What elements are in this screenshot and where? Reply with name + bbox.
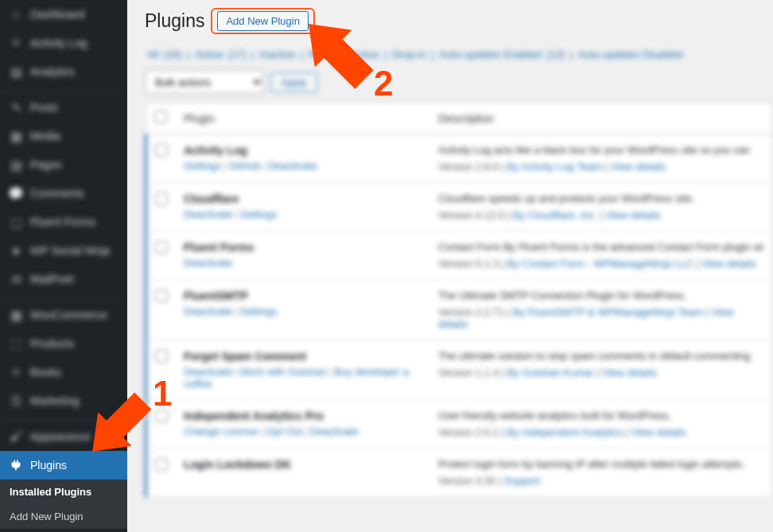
plugins-submenu: Installed Plugins Add New Plugin — [0, 480, 127, 529]
main-content: Plugins Add New Plugin All(16) | Active(… — [127, 0, 773, 532]
plugin-meta: Version 5.1.3 | By Contact Form - WPMana… — [438, 258, 764, 270]
sidebar-item-label: Plugins — [30, 459, 67, 472]
posts-icon: ✎ — [8, 99, 24, 115]
table-row: Independent Analytics Pro Change License… — [146, 400, 773, 449]
sidebar-item-label: WooCommerce — [30, 309, 107, 321]
row-checkbox[interactable] — [146, 280, 177, 340]
sidebar-item-activitylog[interactable]: ≡Activity Log — [0, 29, 127, 57]
plugin-action-links[interactable]: Deactivate|Settings — [184, 208, 422, 220]
sidebar-item-label: Media — [30, 130, 60, 142]
sidebar-item-label: WP Social Ninja — [30, 244, 110, 257]
sidebar-item-books[interactable]: ≡Books — [0, 358, 127, 386]
mail-icon: ✉ — [8, 271, 24, 287]
plugin-action-links[interactable]: Deactivate|Settings — [184, 305, 422, 317]
activity-icon: ≡ — [8, 35, 24, 51]
annotation-highlight-box: Add New Plugin — [211, 8, 315, 34]
plugins-icon — [8, 457, 24, 473]
sidebar-item-label: Activity Log — [30, 37, 87, 49]
sidebar-item-fluentforms[interactable]: ▢Fluent Forms — [0, 208, 127, 236]
sidebar-item-label: Pages — [30, 158, 62, 171]
bulk-apply-button[interactable]: Apply — [270, 72, 317, 92]
table-row: Forget Spam Comment Deactivate|Work with… — [146, 340, 773, 400]
plugin-filter-links[interactable]: All(16) | Active(17) | Inactive | Recent… — [145, 49, 773, 60]
row-checkbox[interactable] — [146, 134, 177, 183]
woo-icon: ▦ — [8, 307, 24, 323]
submenu-installed-plugins[interactable]: Installed Plugins — [0, 480, 127, 504]
appearance-icon: 🖌 — [8, 429, 24, 445]
sidebar-item-mailpoet[interactable]: ✉MailPoet — [0, 265, 127, 293]
forms-icon: ▢ — [8, 214, 24, 230]
table-row: Cloudflare Deactivate|Settings Cloudflar… — [146, 183, 773, 231]
sidebar-item-dashboard[interactable]: ⌂Dashboard — [0, 0, 127, 29]
comments-icon: 💬 — [8, 185, 24, 201]
column-plugin: Plugin — [176, 103, 430, 134]
plugin-meta: Version 1.1.4 | By Gulshan Kumar | View … — [438, 367, 764, 379]
plugin-meta: Version 2.0.1 | By Independent Analytics… — [438, 426, 764, 438]
sidebar-item-label: MailPoet — [30, 273, 73, 285]
plugin-name: Independent Analytics Pro — [184, 410, 422, 422]
bulk-actions: Bulk actions Apply — [145, 70, 773, 94]
select-all-header[interactable] — [146, 103, 177, 134]
sidebar-item-analytics[interactable]: ▤Analytics — [0, 57, 127, 86]
plugin-description: Contact Form By Fluent Forms is the adva… — [438, 241, 764, 253]
sidebar-item-plugins[interactable]: Plugins — [0, 451, 127, 480]
plugin-name: FluentSMTP — [184, 289, 422, 302]
sidebar-item-label: Posts — [30, 101, 58, 114]
sidebar-item-media[interactable]: ▦Media — [0, 122, 127, 150]
sidebar-item-woocommerce[interactable]: ▦WooCommerce — [0, 298, 127, 329]
page-header: Plugins Add New Plugin — [145, 8, 773, 34]
table-row: Fluent Forms Deactivate Contact Form By … — [146, 231, 773, 280]
plugin-name: Forget Spam Comment — [184, 350, 422, 363]
books-icon: ≡ — [8, 364, 24, 380]
plugin-meta: Version 3.30 | Support — [438, 475, 764, 487]
plugin-description: The ultimate solution to stop spam comme… — [438, 350, 764, 362]
pages-icon: ▤ — [8, 157, 24, 173]
sidebar-item-label: Dashboard — [30, 8, 85, 21]
annotation-label-1: 1 — [153, 374, 172, 414]
sidebar-item-products[interactable]: ⬚Products — [0, 329, 127, 358]
plugin-name: Fluent Forms — [184, 241, 422, 254]
row-checkbox[interactable] — [146, 183, 177, 231]
plugin-description: User-friendly website analytics built fo… — [438, 410, 764, 421]
plugin-description: Protect login form by banning IP after m… — [438, 458, 764, 470]
plugin-name: Activity Log — [184, 144, 422, 157]
sidebar-item-label: Appearance — [30, 430, 91, 443]
sidebar-item-label: Books — [30, 366, 61, 379]
sidebar-item-comments[interactable]: 💬Comments — [0, 179, 127, 208]
sidebar-item-label: Marketing — [30, 394, 79, 407]
column-description: Description — [430, 103, 773, 134]
sidebar-item-label: Comments — [30, 187, 84, 200]
table-row: Login Lockdown DK Protect login form by … — [146, 449, 773, 497]
row-checkbox[interactable] — [146, 231, 177, 280]
plugin-meta: Version 4.12.0 | By Cloudflare, Inc. | V… — [438, 209, 764, 221]
plugin-action-links[interactable]: Deactivate — [184, 257, 422, 269]
analytics-icon: ▤ — [8, 64, 24, 80]
bulk-action-select[interactable]: Bulk actions — [145, 70, 264, 94]
plugin-name: Login Lockdown DK — [184, 458, 422, 471]
row-checkbox[interactable] — [146, 449, 177, 497]
sidebar-item-appearance[interactable]: 🖌Appearance — [0, 420, 127, 451]
media-icon: ▦ — [8, 128, 24, 144]
sidebar-item-pages[interactable]: ▤Pages — [0, 150, 127, 179]
table-row: Activity Log Settings|GitHub|Deactivate … — [146, 134, 773, 183]
plugin-description: The Ultimate SMTP Connection Plugin for … — [438, 289, 764, 301]
plugin-action-links[interactable]: Deactivate|Work with Gulshan|Buy develop… — [184, 366, 422, 390]
social-icon: ★ — [8, 243, 24, 258]
plugin-meta: Version 2.8.0 | By Activity Log Team | V… — [438, 161, 764, 173]
submenu-add-new-plugin[interactable]: Add New Plugin — [0, 504, 127, 529]
plugin-name: Cloudflare — [184, 192, 422, 205]
plugin-description: Activity Log acts like a black box for y… — [438, 144, 764, 156]
sidebar-item-marketing[interactable]: ☰Marketing — [0, 386, 127, 415]
plugin-meta: Version 2.2.71 | By FluentSMTP & WPManag… — [438, 306, 764, 330]
plugins-table: Plugin Description Activity Log Settings… — [145, 102, 773, 497]
plugin-action-links[interactable]: Settings|GitHub|Deactivate — [184, 160, 422, 172]
sidebar-item-socialninja[interactable]: ★WP Social Ninja — [0, 236, 127, 265]
marketing-icon: ☰ — [8, 393, 24, 409]
sidebar-item-posts[interactable]: ✎Posts — [0, 91, 127, 122]
page-title: Plugins — [145, 10, 204, 32]
dashboard-icon: ⌂ — [8, 6, 24, 22]
plugin-action-links[interactable]: Change License|Opt Out|Deactivate — [184, 425, 422, 437]
add-new-plugin-button[interactable]: Add New Plugin — [217, 11, 309, 31]
sidebar-item-label: Analytics — [30, 65, 75, 78]
table-row: FluentSMTP Deactivate|Settings The Ultim… — [146, 280, 773, 340]
